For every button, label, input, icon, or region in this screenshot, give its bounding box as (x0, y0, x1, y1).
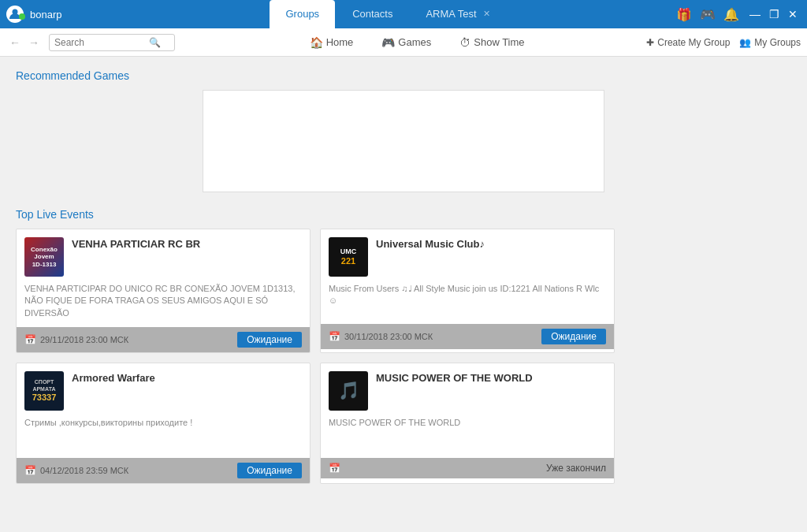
event-footer-music: 📅 Уже закончил (321, 458, 614, 478)
nav-actions: ✚ Create My Group 👥 My Groups (646, 37, 801, 48)
close-icon[interactable]: ✕ (785, 6, 801, 22)
search-icon: 🔍 (149, 37, 161, 48)
event-date-music: 📅 (329, 463, 340, 474)
tabs-area: Groups Contacts ARMA Test ✕ (101, 0, 675, 28)
event-btn-umc[interactable]: Ожидание (541, 329, 606, 344)
nav-bar: ← → 🔍 🏠 Home 🎮 Games ⏱ Show Time ✚ Creat… (0, 28, 807, 57)
nav-show-time[interactable]: ⏱ Show Time (453, 33, 530, 52)
events-grid: Conexão Jovem 1D-1313 VENHA PARTICIAR RC… (16, 229, 615, 484)
event-btn-aw[interactable]: Ожидание (237, 463, 302, 478)
search-box: 🔍 (49, 34, 175, 51)
calendar-icon-music: 📅 (329, 463, 340, 474)
gamepad-icon[interactable]: 🎮 (700, 7, 716, 22)
event-footer-umc: 📅 30/11/2018 23:00 МСК Ожидание (321, 324, 614, 349)
event-thumb-music: 🎵 (329, 371, 368, 411)
event-thumb-rcbr: Conexão Jovem 1D-1313 (24, 237, 64, 277)
games-icon: 🎮 (381, 36, 395, 49)
banner-area (203, 90, 604, 192)
event-title-umc: Universal Music Club♪ (376, 237, 485, 251)
title-bar: bonarp Groups Contacts ARMA Test ✕ 🎁 🎮 🔔… (0, 0, 807, 28)
back-button[interactable]: ← (6, 35, 24, 50)
title-bar-right: 🎁 🎮 🔔 — ❐ ✕ (675, 6, 801, 22)
recommended-games-section: Recommended Games (16, 69, 791, 192)
calendar-icon-umc: 📅 (329, 331, 340, 342)
calendar-icon-rcbr: 📅 (24, 334, 36, 345)
top-live-events-section: Top Live Events Conexão Jovem 1D-1313 VE… (16, 208, 791, 484)
event-title-rcbr: VENHA PARTICIAR RC BR (72, 237, 200, 251)
event-header-rcbr: Conexão Jovem 1D-1313 VENHA PARTICIAR RC… (24, 237, 302, 277)
event-header-music: 🎵 MUSIC POWER OF THE WORLD (329, 371, 606, 411)
event-header-umc: UMC 221 Universal Music Club♪ (329, 237, 606, 277)
nav-games[interactable]: 🎮 Games (375, 33, 437, 52)
event-title-music: MUSIC POWER OF THE WORLD (376, 371, 533, 385)
nav-arrows: ← → (6, 35, 43, 50)
status-dot (19, 13, 25, 20)
create-group-button[interactable]: ✚ Create My Group (646, 37, 730, 48)
tab-arma-test[interactable]: ARMA Test ✕ (410, 0, 505, 28)
event-thumb-aw: СПОРТ АРМАТА 73337 (24, 371, 64, 411)
event-date-aw: 📅 04/12/2018 23:59 МСК (24, 465, 128, 476)
showtime-icon: ⏱ (459, 36, 470, 49)
event-desc-rcbr: VENHA PARTICIPAR DO UNICO RC BR CONEXÃO … (24, 283, 302, 319)
event-thumb-umc: UMC 221 (329, 237, 368, 277)
create-group-icon: ✚ (646, 37, 654, 48)
event-card-rcbr: Conexão Jovem 1D-1313 VENHA PARTICIAR RC… (16, 229, 311, 353)
event-desc-umc: Music From Users ♫♩ All Style Music join… (329, 283, 606, 316)
event-ended-label-music: Уже закончил (546, 463, 606, 474)
event-date-rcbr: 📅 29/11/2018 23:00 МСК (24, 334, 128, 345)
event-btn-rcbr[interactable]: Ожидание (237, 332, 302, 348)
username-label: bonarp (30, 9, 61, 20)
event-title-aw: Armored Warfare (72, 371, 155, 385)
tab-groups[interactable]: Groups (270, 0, 335, 28)
title-bar-left: bonarp (6, 6, 101, 23)
event-header-aw: СПОРТ АРМАТА 73337 Armored Warfare (24, 371, 302, 411)
tab-close-arma[interactable]: ✕ (483, 9, 490, 19)
event-date-umc: 📅 30/11/2018 23:00 МСК (329, 331, 433, 342)
recommended-games-title: Recommended Games (16, 69, 791, 82)
top-live-events-title: Top Live Events (16, 208, 791, 221)
my-groups-button[interactable]: 👥 My Groups (739, 37, 801, 48)
event-card-umc: UMC 221 Universal Music Club♪ Music From… (320, 229, 615, 353)
event-footer-rcbr: 📅 29/11/2018 23:00 МСК Ожидание (17, 327, 310, 352)
home-icon: 🏠 (310, 36, 323, 49)
minimize-icon[interactable]: — (747, 6, 763, 22)
calendar-icon-aw: 📅 (24, 465, 36, 476)
event-footer-aw: 📅 04/12/2018 23:59 МСК Ожидание (17, 458, 310, 483)
event-desc-music: MUSIC POWER OF THE WORLD (329, 417, 606, 450)
main-content: Recommended Games Top Live Events Conexã… (0, 57, 807, 532)
window-controls: — ❐ ✕ (747, 6, 801, 22)
my-groups-icon: 👥 (739, 37, 751, 48)
bell-icon[interactable]: 🔔 (723, 7, 739, 22)
event-desc-aw: Стримы ,конкурсы,викторины приходите ! (24, 417, 302, 450)
nav-links: 🏠 Home 🎮 Games ⏱ Show Time (188, 33, 646, 52)
forward-button[interactable]: → (25, 35, 43, 50)
event-card-aw: СПОРТ АРМАТА 73337 Armored Warfare Стрим… (16, 363, 311, 484)
search-input[interactable] (54, 37, 149, 48)
event-card-music: 🎵 MUSIC POWER OF THE WORLD MUSIC POWER O… (320, 363, 615, 484)
nav-home[interactable]: 🏠 Home (303, 33, 360, 52)
restore-icon[interactable]: ❐ (766, 6, 782, 22)
gift-icon[interactable]: 🎁 (676, 7, 692, 22)
tab-contacts[interactable]: Contacts (337, 0, 408, 28)
